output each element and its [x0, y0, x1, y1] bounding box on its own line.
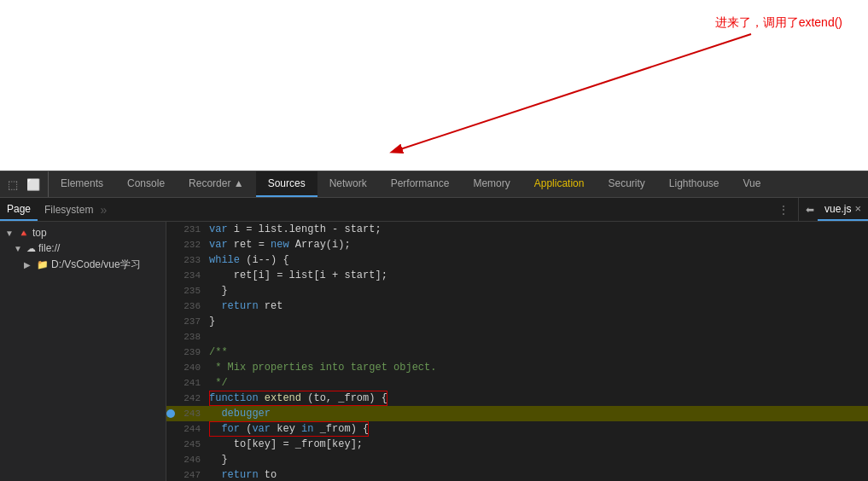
tab-lighthouse[interactable]: Lighthouse: [657, 171, 731, 197]
back-icon[interactable]: ⬅: [802, 204, 818, 216]
tab-security[interactable]: Security: [596, 171, 656, 197]
line-num-area: 234: [166, 268, 209, 283]
line-content: return to: [209, 467, 277, 481]
sidebar-item-top[interactable]: ▼🔺top: [0, 225, 166, 240]
line-number: 243: [177, 406, 209, 421]
line-num-area: 236: [166, 298, 209, 314]
code-line-244[interactable]: 244 for (var key in _from) {: [166, 421, 868, 437]
line-number: 246: [177, 452, 209, 467]
tree-label: top: [32, 227, 47, 239]
tab-console[interactable]: Console: [115, 171, 177, 197]
line-number: 239: [177, 345, 209, 360]
tab-list: ElementsConsoleRecorder ▲SourcesNetworkP…: [49, 171, 868, 197]
tab-network[interactable]: Network: [317, 171, 379, 197]
line-num-area: 235: [166, 283, 209, 298]
code-line-245[interactable]: 245 to[key] = _from[key];: [166, 437, 868, 452]
annotation-text: 进来了，调用了extend(): [715, 15, 842, 31]
code-line-243[interactable]: 243 debugger: [166, 406, 868, 421]
code-editor[interactable]: 231var i = list.length - start;232var re…: [166, 222, 868, 481]
sidebar-item-D--VsCode-vue--[interactable]: ▶📁D:/VsCode/vue学习: [0, 256, 166, 274]
line-content: }: [209, 314, 215, 329]
tab-vue[interactable]: Vue: [731, 171, 773, 197]
line-num-area: 246: [166, 452, 209, 467]
line-num-area: 233: [166, 252, 209, 268]
tab-recorder[interactable]: Recorder ▲: [177, 171, 256, 197]
line-content: return ret: [209, 298, 283, 314]
line-number: 244: [177, 421, 209, 437]
code-line-234[interactable]: 234 ret[i] = list[i + start];: [166, 268, 868, 283]
file-tab-vuejs[interactable]: vue.js ×: [818, 198, 868, 221]
main-content: ▼🔺top▼☁file://▶📁D:/VsCode/vue学习 231var i…: [0, 222, 868, 481]
code-line-247[interactable]: 247 return to: [166, 467, 868, 481]
code-line-237[interactable]: 237}: [166, 314, 868, 329]
line-number: 247: [177, 467, 209, 481]
line-number: 242: [177, 391, 209, 406]
tab-application[interactable]: Application: [522, 171, 597, 197]
line-content: */: [209, 375, 228, 391]
code-line-236[interactable]: 236 return ret: [166, 298, 868, 314]
line-num-area: 240: [166, 360, 209, 375]
file-tab-label: vue.js: [824, 203, 851, 215]
tab-performance[interactable]: Performance: [379, 171, 462, 197]
line-content: for (var key in _from) {: [209, 421, 369, 437]
line-num-area: 241: [166, 375, 209, 391]
line-num-area: 237: [166, 314, 209, 329]
line-content: while (i--) {: [209, 252, 289, 268]
line-num-area: 247: [166, 467, 209, 481]
line-number: 245: [177, 437, 209, 452]
code-line-232[interactable]: 232var ret = new Array(i);: [166, 237, 868, 252]
tab-filesystem[interactable]: Filesystem: [38, 198, 100, 221]
device-toggle-icon[interactable]: ⬚: [5, 177, 20, 193]
line-num-area: 243: [166, 406, 209, 421]
code-line-233[interactable]: 233while (i--) {: [166, 252, 868, 268]
toolbar-icons: ⬚ ⬜: [0, 171, 49, 197]
line-number: 233: [177, 252, 209, 268]
line-number: 236: [177, 298, 209, 314]
line-number: 234: [177, 268, 209, 283]
tab-sources[interactable]: Sources: [256, 171, 317, 197]
code-line-235[interactable]: 235 }: [166, 283, 868, 298]
code-line-240[interactable]: 240 * Mix properties into target object.: [166, 360, 868, 375]
line-content: }: [209, 283, 228, 298]
line-content: * Mix properties into target object.: [209, 360, 436, 375]
sources-toolbar: Page Filesystem » ⋮ ⬅ vue.js ×: [0, 198, 868, 222]
line-num-area: 242: [166, 391, 209, 406]
tab-elements[interactable]: Elements: [49, 171, 115, 197]
tab-more[interactable]: »: [100, 203, 107, 217]
file-close-icon[interactable]: ×: [854, 202, 861, 215]
breakpoint-icon: [166, 409, 175, 418]
line-num-area: 232: [166, 237, 209, 252]
code-line-241[interactable]: 241 */: [166, 375, 868, 391]
tab-menu[interactable]: ⋮: [772, 203, 795, 217]
top-annotation-area: 进来了，调用了extend(): [0, 0, 868, 171]
line-number: 240: [177, 360, 209, 375]
tree-label: file://: [38, 242, 60, 254]
tree-label: D:/VsCode/vue学习: [51, 258, 141, 272]
line-number: 241: [177, 375, 209, 391]
tree-icon: ☁: [26, 243, 36, 254]
tree-arrow-icon: ▶: [24, 260, 34, 269]
code-line-231[interactable]: 231var i = list.length - start;: [166, 222, 868, 237]
line-num-area: 245: [166, 437, 209, 452]
line-content: to[key] = _from[key];: [209, 437, 363, 452]
tree-icon: 📁: [37, 259, 49, 270]
panel-split-icon[interactable]: ⬜: [24, 177, 43, 193]
line-number: 237: [177, 314, 209, 329]
line-number: 232: [177, 237, 209, 252]
code-line-242[interactable]: 242function extend (to, _from) {: [166, 391, 868, 406]
line-num-area: 231: [166, 222, 209, 237]
tree-arrow-icon: ▼: [5, 229, 15, 238]
line-number: 235: [177, 283, 209, 298]
tab-memory[interactable]: Memory: [461, 171, 521, 197]
code-line-238[interactable]: 238: [166, 329, 868, 345]
code-line-246[interactable]: 246 }: [166, 452, 868, 467]
line-content: ret[i] = list[i + start];: [209, 268, 387, 283]
devtools-toolbar: ⬚ ⬜ ElementsConsoleRecorder ▲SourcesNetw…: [0, 171, 868, 198]
code-line-239[interactable]: 239/**: [166, 345, 868, 360]
sidebar-item-file---[interactable]: ▼☁file://: [0, 240, 166, 256]
sidebar-tree: ▼🔺top▼☁file://▶📁D:/VsCode/vue学习: [0, 222, 166, 277]
line-content: var ret = new Array(i);: [209, 237, 351, 252]
line-num-area: 244: [166, 421, 209, 437]
line-number: 238: [177, 329, 209, 345]
tab-page[interactable]: Page: [0, 198, 38, 221]
